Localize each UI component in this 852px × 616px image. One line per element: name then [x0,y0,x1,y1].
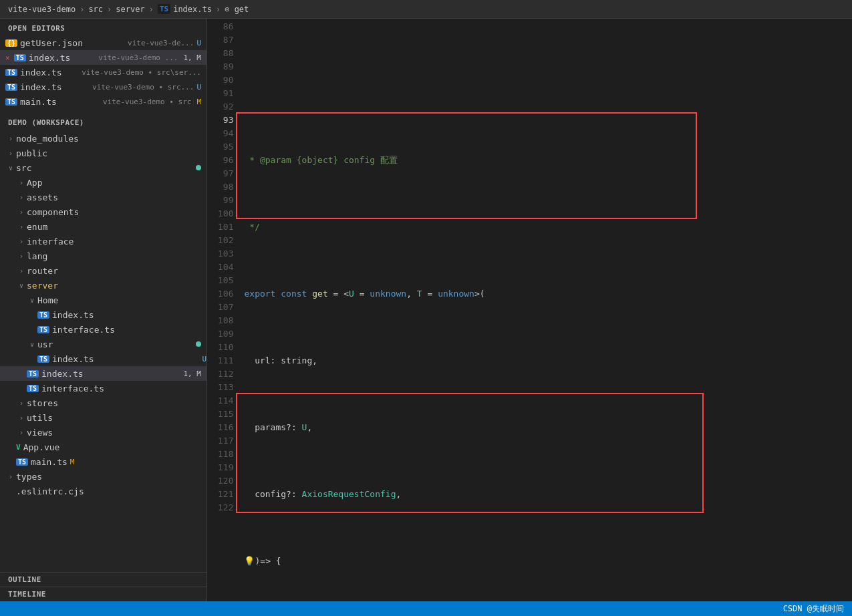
breadcrumb: vite-vue3-demo › src › server › TS index… [0,0,852,19]
sidebar: OPEN EDITORS {} getUser.json vite-vue3-d… [0,19,207,601]
json-icon: {} [5,39,17,47]
file-label: .eslintrc.cjs [16,486,84,496]
tree-item-router[interactable]: › router [0,263,206,278]
tree-item-components[interactable]: › components [0,204,206,219]
folder-label: Home [37,295,58,305]
badge-u: U [202,355,206,363]
collapse-icon: › [16,223,27,230]
folder-label: App [27,178,42,188]
tree-item-views[interactable]: › views [0,425,206,440]
editor-item-main[interactable]: TS main.ts vite-vue3-demo • src M [0,94,206,109]
folder-label: usr [37,339,53,349]
tree-item-interface[interactable]: › interface [0,234,206,249]
badge-u: U [196,39,201,47]
tree-item-home-index[interactable]: TS index.ts [0,307,206,322]
tree-item-utils[interactable]: › utils [0,410,206,425]
expand-icon: ∨ [16,282,27,289]
code-line-89: url: string, [244,354,852,367]
code-content: * @param {object} config 配置 */ export co… [239,19,852,601]
ts-badge-icon: TS [158,4,170,14]
file-label: interface.ts [41,383,104,394]
tree-item-types[interactable]: › types [0,469,206,484]
badge-m: M [70,458,75,466]
tree-item-server-index[interactable]: TS index.ts 1, M [0,366,206,381]
status-text: CSDN @失眠时间 [783,603,844,615]
editor-path: vite-vue3-demo • src\ser... [82,68,201,77]
tree-item-usr[interactable]: ∨ usr [0,337,206,351]
outline-header[interactable]: OUTLINE [0,572,206,587]
folder-label: components [27,207,79,217]
editor-item-index2[interactable]: TS index.ts vite-vue3-demo • src\ser... [0,65,206,80]
folder-label: src [16,163,31,173]
tree-item-eslint[interactable]: .eslintrc.cjs [0,484,206,498]
tree-item-home-interface[interactable]: TS interface.ts [0,322,206,337]
tree-item-src[interactable]: ∨ src [0,160,206,175]
ts-icon: TS [16,458,28,466]
collapse-icon: › [16,238,27,245]
expand-icon: ∨ [27,341,37,348]
editor-name: index.ts [20,67,79,78]
code-line-88: export const get = <U = unknown, T = unk… [244,287,852,301]
tree-item-server[interactable]: ∨ server [0,278,206,293]
ts-icon: TS [14,54,26,61]
tree-item-home[interactable]: ∨ Home [0,293,206,307]
timeline-header[interactable]: TIMELINE [0,587,206,601]
badge-1m: 1, M [184,369,202,378]
modified-dot [196,165,201,170]
tree-item-main[interactable]: TS main.ts M [0,454,206,469]
open-editors-section: OPEN EDITORS {} getUser.json vite-vue3-d… [0,19,206,112]
code-line-87: */ [244,220,852,234]
ts-icon: TS [37,326,49,333]
folder-label: assets [27,192,58,202]
file-label: interface.ts [52,325,115,335]
folder-label: enum [27,222,47,232]
breadcrumb-vite: vite-vue3-demo [8,5,76,14]
breadcrumb-symbol: ⊙ get [225,5,249,14]
folder-label: public [16,148,47,158]
ts-icon: TS [27,385,39,392]
badge-m: M [196,98,201,106]
lightbulb-icon: 💡 [244,555,255,568]
collapse-icon: › [5,150,16,157]
collapse-icon: › [16,400,27,407]
expand-icon: ∨ [27,297,37,304]
close-icon: ✕ [5,53,10,62]
tree-item-app[interactable]: › App [0,175,206,190]
vue-icon: V [16,443,21,452]
collapse-icon: › [16,253,27,260]
breadcrumb-file: index.ts [173,5,212,14]
tree-item-lang[interactable]: › lang [0,249,206,263]
folder-label: views [27,428,53,438]
open-editors-header: OPEN EDITORS [0,19,206,35]
tree-item-usr-index[interactable]: TS index.ts U [0,351,206,366]
file-tree: DEMO (WORKSPACE) › node_modules › public… [0,112,206,572]
tree-item-appvue[interactable]: V App.vue [0,440,206,454]
editor-path: vite-vue3-de... [128,39,194,47]
tree-item-server-interface[interactable]: TS interface.ts [0,381,206,396]
editor-name: index.ts [20,82,90,92]
tree-item-enum[interactable]: › enum [0,219,206,234]
editor-item-getuser[interactable]: {} getUser.json vite-vue3-de... U [0,35,206,50]
tree-item-stores[interactable]: › stores [0,396,206,410]
code-line-92: 💡)=> { [244,555,852,568]
editor-path: vite-vue3-demo • src... [92,83,194,92]
file-label: index.ts [52,354,94,364]
file-label: main.ts [31,457,67,467]
editor-item-index-active[interactable]: ✕ TS index.ts vite-vue3-demo ... 1, M [0,50,206,65]
tree-item-node-modules[interactable]: › node_modules [0,131,206,146]
file-label: App.vue [23,442,60,452]
editor-item-index3[interactable]: TS index.ts vite-vue3-demo • src... U [0,80,206,94]
tree-item-assets[interactable]: › assets [0,190,206,204]
collapse-icon: › [16,429,27,436]
code-container[interactable]: 86 87 88 89 90 91 92 93 94 95 96 97 98 9… [207,19,852,601]
collapse-icon: › [16,414,27,422]
editor-area: 86 87 88 89 90 91 92 93 94 95 96 97 98 9… [207,19,852,601]
folder-label: interface [27,237,74,247]
editor-name: getUser.json [20,38,125,48]
file-label: index.ts [52,310,94,320]
breadcrumb-server: server [116,5,144,14]
ts-icon: TS [37,311,49,319]
folder-label: server [27,281,58,291]
folder-label: lang [27,251,47,261]
tree-item-public[interactable]: › public [0,146,206,160]
